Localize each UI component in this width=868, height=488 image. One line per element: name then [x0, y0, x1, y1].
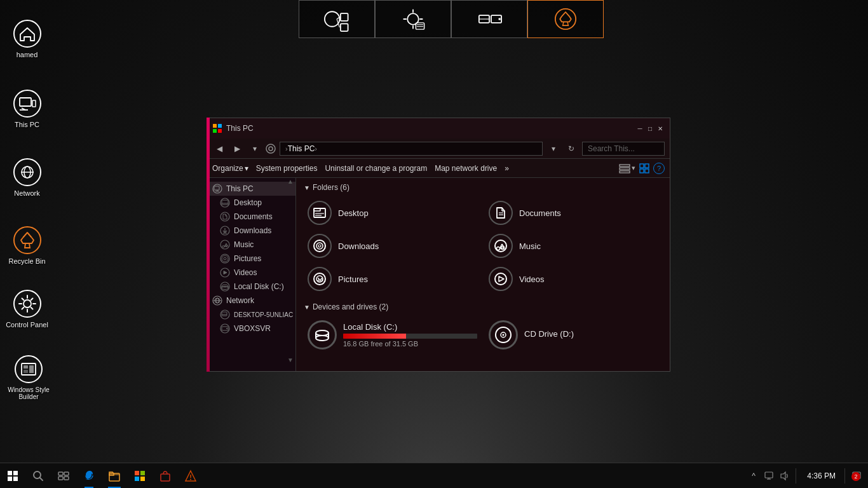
minimize-button[interactable]: ─ [635, 124, 644, 133]
toolbar-system-props[interactable]: System properties [256, 164, 318, 173]
sidebar-vboxsvr[interactable]: VBOXSVR [207, 322, 295, 336]
toolbar-uninstall[interactable]: Uninstall or change a program [325, 164, 427, 173]
explorer-toolbar: Organize▾ System properties Uninstall or… [207, 159, 670, 178]
svg-rect-35 [218, 124, 222, 128]
desktop-icon-wsb[interactable]: Windows Style Builder [3, 355, 54, 400]
scroll-down-indicator: ▼ [287, 356, 294, 363]
videos-sidebar-icon [220, 268, 230, 278]
svg-point-106 [316, 336, 329, 341]
maximize-button[interactable]: □ [646, 124, 654, 133]
taskbar-task-view[interactable] [51, 463, 76, 489]
top-icon-settings[interactable] [375, 0, 451, 38]
folder-documents-icon [489, 201, 513, 225]
taskbar-app2[interactable] [178, 463, 203, 489]
taskbar-store[interactable] [127, 463, 153, 489]
taskbar-search[interactable] [25, 463, 51, 489]
desktop-sidebar-icon [220, 198, 230, 208]
view-details-button[interactable]: ▾ [619, 163, 635, 173]
svg-rect-43 [640, 164, 644, 168]
folder-pictures[interactable]: Pictures [304, 264, 481, 294]
svg-rect-86 [314, 208, 320, 211]
location-icon [266, 144, 276, 154]
address-field[interactable]: › This PC › [280, 142, 543, 156]
folder-documents[interactable]: Documents [485, 198, 662, 227]
taskbar-clock[interactable]: 4:36 PM [801, 471, 839, 480]
music-sidebar-icon [220, 240, 230, 250]
systray-arrow[interactable]: ^ [747, 470, 760, 482]
svg-point-109 [316, 330, 329, 336]
svg-rect-1 [341, 13, 348, 21]
explorer-taskbar-icon [108, 470, 121, 482]
folder-downloads[interactable]: Downloads [304, 231, 481, 261]
folder-music[interactable]: Music [485, 231, 662, 261]
svg-point-68 [224, 257, 226, 260]
address-dropdown[interactable]: ▾ [546, 142, 560, 156]
folder-music-label: Music [519, 241, 541, 251]
svg-rect-17 [20, 98, 31, 106]
desktop-icon-controlpanel[interactable]: Control Panel [3, 289, 51, 329]
sidebar-videos[interactable]: Videos [207, 266, 295, 280]
sidebar-local-disk[interactable]: Local Disk (C:) [207, 280, 295, 294]
desktop-icon-network[interactable]: Network [3, 158, 51, 197]
notification-button[interactable]: 2 [850, 470, 863, 482]
toolbar-organize[interactable]: Organize▾ [212, 164, 248, 173]
svg-point-114 [503, 334, 505, 336]
sidebar-music-label: Music [234, 240, 254, 249]
top-icon-network[interactable] [299, 0, 375, 38]
folders-grid: Desktop Documents [304, 198, 662, 294]
toolbar-more[interactable]: » [505, 164, 509, 173]
address-path-suffix: › [315, 145, 317, 152]
app1-icon [159, 470, 172, 482]
svg-rect-18 [32, 100, 36, 107]
drive-c[interactable]: Local Disk (C:) 16.8 GB free of 31.5 GB [304, 318, 481, 352]
sidebar-this-pc[interactable]: This PC [207, 182, 295, 196]
scroll-up-indicator: ▲ [287, 178, 294, 185]
svg-rect-126 [135, 471, 139, 475]
search-box[interactable]: Search This... [582, 142, 665, 156]
taskbar-app1[interactable] [153, 463, 178, 489]
vboxsvr-sidebar-icon [220, 323, 230, 334]
refresh-button[interactable]: ↻ [564, 142, 578, 156]
desktop-icon-recycle[interactable]: Recycle Bin [3, 226, 51, 265]
sidebar-downloads[interactable]: Downloads [207, 224, 295, 238]
svg-point-67 [222, 255, 228, 262]
help-button[interactable]: ? [653, 163, 665, 174]
sidebar-music[interactable]: Music [207, 238, 295, 252]
sidebar-desktop5[interactable]: DESKTOP-5UNLIAC [207, 308, 295, 322]
forward-button[interactable]: ▶ [230, 142, 244, 156]
desktop-icon-hamed[interactable]: hamed [3, 19, 51, 58]
svg-point-25 [14, 227, 41, 254]
sidebar-desktop[interactable]: Desktop [207, 196, 295, 210]
start-button[interactable] [0, 463, 25, 489]
close-button[interactable]: ✕ [656, 124, 665, 133]
drives-section-title: Devices and drives (2) [313, 302, 388, 311]
svg-rect-36 [213, 129, 217, 133]
top-icon-recycle[interactable] [527, 0, 604, 38]
sidebar-documents[interactable]: Documents [207, 210, 295, 224]
top-icon-bar [299, 0, 604, 38]
taskbar-file-explorer[interactable] [102, 463, 127, 489]
toolbar-map-drive[interactable]: Map network drive [435, 164, 497, 173]
folders-section-header[interactable]: ▼ Folders (6) [304, 183, 662, 192]
view-tiles-button[interactable] [639, 163, 649, 173]
systray-volume[interactable] [778, 470, 790, 482]
svg-marker-137 [781, 472, 785, 480]
top-icon-drive[interactable] [451, 0, 527, 38]
back-button[interactable]: ◀ [212, 142, 226, 156]
systray-network[interactable] [763, 470, 775, 482]
folder-desktop[interactable]: Desktop [304, 198, 481, 227]
svg-point-39 [269, 147, 273, 151]
sidebar-pictures[interactable]: Pictures [207, 252, 295, 266]
dropdown-button[interactable]: ▾ [248, 142, 262, 156]
taskbar-edge[interactable] [76, 463, 102, 489]
drive-d[interactable]: CD Drive (D:) [485, 318, 662, 352]
documents-sidebar-icon [220, 212, 230, 222]
drive-d-info: CD Drive (D:) [524, 329, 658, 341]
desktop-icon-thispc[interactable]: This PC [3, 89, 51, 128]
svg-point-95 [318, 245, 321, 247]
sidebar-network[interactable]: Network [207, 294, 295, 308]
svg-rect-123 [58, 477, 63, 480]
drives-section-header[interactable]: ▼ Devices and drives (2) [304, 302, 662, 311]
wsb-icon [14, 355, 43, 384]
folder-videos[interactable]: Videos [485, 264, 662, 294]
